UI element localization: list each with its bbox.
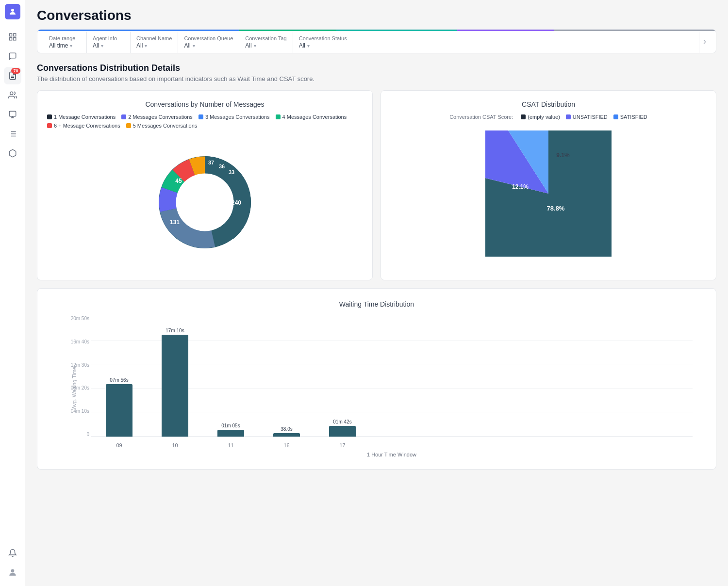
svg-point-0 — [11, 9, 14, 12]
section-title: Conversations Distribution Details — [37, 63, 716, 73]
svg-point-17 — [11, 569, 14, 572]
svg-rect-8 — [9, 111, 16, 116]
legend-item-2: 2 Messages Conversations — [121, 114, 193, 120]
svg-point-7 — [10, 92, 13, 95]
chevron-down-icon: ▾ — [101, 43, 103, 49]
sidebar-item-contacts[interactable] — [4, 86, 21, 104]
bar-group-16: 38.0s 16 — [273, 426, 300, 437]
svg-rect-2 — [13, 33, 16, 36]
chevron-down-icon: ▾ — [193, 43, 195, 49]
waiting-time-card: Waiting Time Distribution Avg. Waiting T… — [37, 288, 716, 470]
bar-group-11: 01m 05s 11 — [217, 423, 244, 437]
legend-item-3: 3 Messages Conversations — [199, 114, 270, 120]
svg-rect-4 — [9, 38, 12, 40]
donut-label-36: 36 — [219, 163, 225, 169]
sidebar: 70 — [0, 0, 25, 586]
filter-scroll-arrow[interactable]: › — [703, 36, 706, 47]
donut-legend: 1 Message Conversations 2 Messages Conve… — [47, 114, 363, 129]
donut-chart-card: Conversations by Number of Messages 1 Me… — [37, 90, 373, 280]
chevron-down-icon: ▾ — [145, 43, 147, 49]
filter-conversation-tag[interactable]: Conversation Tag All ▾ — [239, 32, 293, 53]
main-content: Conversations Date range All time ▾ Agen… — [25, 0, 728, 586]
charts-row: Conversations by Number of Messages 1 Me… — [37, 90, 716, 280]
bar-group-10: 17m 10s 10 — [162, 328, 188, 437]
sidebar-item-notification[interactable] — [4, 544, 21, 562]
page-title: Conversations — [37, 8, 716, 23]
csat-legend-empty: (empty value) — [521, 114, 560, 120]
legend-item-1: 1 Message Conversations — [47, 114, 116, 120]
csat-legend-satisfied: SATISFIED — [613, 114, 647, 120]
pie-chart-visual: 78.8% 12.1% 9.1% — [391, 126, 706, 261]
sidebar-item-conversations[interactable] — [4, 106, 21, 123]
bar-10 — [162, 335, 188, 437]
legend-dot-3 — [199, 114, 203, 119]
sidebar-item-inbox[interactable] — [4, 48, 21, 65]
filter-channel-name[interactable]: Channel Name All ▾ — [131, 32, 178, 53]
badge-count: 70 — [11, 68, 20, 74]
filter-conversation-status[interactable]: Conversation Status All ▾ — [293, 32, 699, 53]
pie-label-788: 78.8% — [547, 205, 565, 212]
legend-dot-4 — [276, 114, 281, 119]
bar-09 — [106, 384, 132, 437]
bar-17 — [329, 426, 356, 437]
pie-label-91: 9.1% — [556, 152, 570, 159]
bar-group-17: 01m 42s 17 — [329, 419, 356, 437]
section-description: The distribution of conversations based … — [37, 75, 716, 82]
csat-legend: Conversation CSAT Score: (empty value) U… — [391, 114, 706, 120]
svg-rect-1 — [9, 33, 12, 36]
sidebar-item-catalog[interactable] — [4, 145, 21, 162]
chevron-down-icon: ▾ — [254, 43, 256, 49]
bar-16 — [273, 433, 300, 437]
filter-date-range[interactable]: Date range All time ▾ — [43, 32, 87, 53]
pie-chart-card: CSAT Distribution Conversation CSAT Scor… — [381, 90, 716, 280]
legend-item-5: 6 + Message Conversations — [47, 123, 120, 129]
donut-label-45: 45 — [175, 178, 182, 184]
filter-conversation-queue[interactable]: Conversation Queue All ▾ — [178, 32, 239, 53]
chevron-down-icon: ▾ — [70, 43, 72, 49]
legend-dot-2 — [121, 114, 126, 119]
app-logo — [5, 4, 20, 19]
donut-chart-title: Conversations by Number of Messages — [47, 100, 363, 108]
x-axis-title: 1 Hour Time Window — [91, 452, 693, 457]
bar-11 — [217, 430, 244, 437]
sidebar-item-rules[interactable] — [4, 125, 21, 143]
sidebar-item-reports[interactable]: 70 — [4, 67, 21, 84]
donut-label-240: 240 — [232, 199, 241, 206]
donut-chart-visual: 240 131 45 37 36 33 — [47, 134, 363, 270]
pie-label-121: 12.1% — [512, 183, 529, 190]
waiting-chart-title: Waiting Time Distribution — [53, 300, 700, 308]
legend-dot-5 — [47, 123, 52, 128]
svg-point-26 — [176, 174, 233, 231]
bar-group-09: 07m 56s 09 — [106, 377, 132, 437]
legend-dot-1 — [47, 114, 52, 119]
csat-legend-unsatisfied: UNSATISFIED — [566, 114, 608, 120]
legend-item-6: 5 Messages Conversations — [126, 123, 198, 129]
sidebar-bottom — [4, 543, 21, 582]
legend-item-4: 4 Messages Conversations — [276, 114, 347, 120]
sidebar-item-avatar[interactable] — [4, 564, 21, 581]
filter-agent-info[interactable]: Agent Info All ▾ — [87, 32, 131, 53]
pie-chart-title: CSAT Distribution — [391, 100, 706, 108]
filter-bar: Date range All time ▾ Agent Info All ▾ C… — [37, 29, 716, 53]
donut-label-37: 37 — [208, 160, 214, 165]
sidebar-item-home[interactable] — [4, 28, 21, 46]
svg-rect-3 — [13, 38, 16, 40]
legend-dot-6 — [126, 123, 131, 128]
chevron-down-icon: ▾ — [307, 43, 310, 49]
donut-label-33: 33 — [229, 169, 234, 175]
donut-label-131: 131 — [170, 219, 180, 226]
